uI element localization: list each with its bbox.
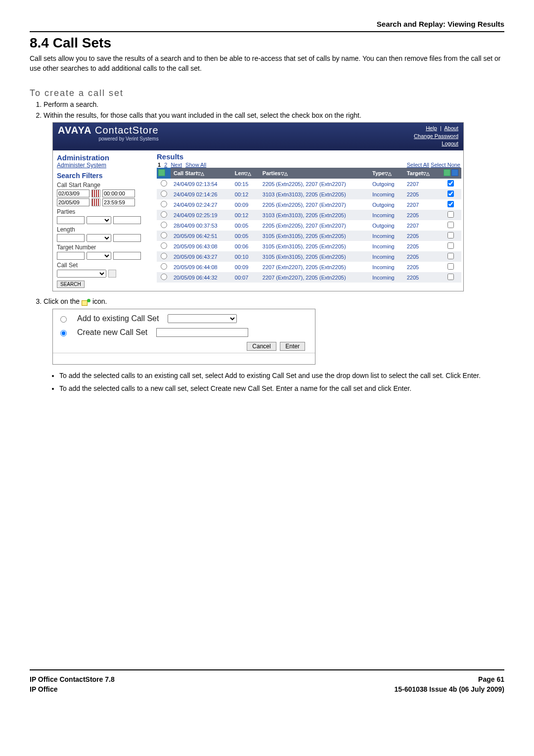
table-row[interactable]: 24/04/09 02:13:5400:152205 (Extn2205), 2… <box>157 179 461 189</box>
page-footer: IP Office ContactStore 7.8 Page 61 IP Of… <box>30 669 504 693</box>
length-select[interactable] <box>87 234 111 242</box>
step-1: Perform a search. <box>44 100 504 108</box>
select-all-link[interactable]: Select All <box>407 162 429 168</box>
admin-title: Administration <box>57 153 151 162</box>
table-row[interactable]: 24/04/09 02:25:1900:123103 (Extn3103), 2… <box>157 210 461 220</box>
page-2[interactable]: 2 <box>164 162 167 168</box>
row-radio[interactable] <box>161 190 167 197</box>
cell-start: 20/05/09 06:44:32 <box>171 272 232 283</box>
table-row[interactable]: 20/05/09 06:42:5100:053105 (Extn3105), 2… <box>157 231 461 241</box>
col-play-icon[interactable] <box>157 168 171 179</box>
brand: AVAYA ContactStore <box>58 125 159 136</box>
logout-link[interactable]: Logout <box>442 141 458 146</box>
parties-value-input[interactable] <box>113 216 141 224</box>
target-value-input[interactable] <box>113 252 141 260</box>
cell-len: 00:06 <box>232 241 260 251</box>
procedure-heading: To create a call set <box>30 88 504 98</box>
table-row[interactable]: 20/05/09 06:43:2700:103105 (Extn3105), 2… <box>157 251 461 262</box>
call-set-select[interactable] <box>57 270 106 278</box>
row-radio[interactable] <box>161 211 167 218</box>
row-radio[interactable] <box>161 232 167 238</box>
parties-input[interactable] <box>57 216 85 224</box>
row-radio[interactable] <box>161 274 167 280</box>
help-link[interactable]: Help <box>426 125 437 131</box>
col-target[interactable]: Target▽△ <box>404 168 440 179</box>
existing-callset-select[interactable] <box>168 314 237 323</box>
time-to-input[interactable] <box>102 198 135 206</box>
length-value-input[interactable] <box>113 234 141 242</box>
table-row[interactable]: 24/04/09 02:14:2600:123103 (Extn3103), 2… <box>157 189 461 199</box>
sidebar: Administration Administer System Search … <box>53 150 155 291</box>
cell-type: Outgoing <box>369 199 404 210</box>
trash-icon[interactable] <box>108 270 116 278</box>
calendar-icon[interactable] <box>91 198 100 206</box>
cell-start: 24/04/09 02:25:19 <box>171 210 232 220</box>
row-checkbox[interactable] <box>447 222 454 228</box>
calendar-icon[interactable] <box>91 189 100 197</box>
col-parties[interactable]: Parties▽△ <box>260 168 369 179</box>
table-row[interactable]: 20/05/09 06:44:0800:092207 (Extn2207), 2… <box>157 262 461 272</box>
create-new-radio[interactable] <box>60 330 67 336</box>
row-checkbox[interactable] <box>447 190 454 197</box>
about-link[interactable]: About <box>444 125 458 131</box>
row-checkbox[interactable] <box>447 274 454 280</box>
table-row[interactable]: 20/05/09 06:44:3200:072207 (Extn2207), 2… <box>157 272 461 283</box>
page-1[interactable]: 1 <box>158 162 161 168</box>
row-radio[interactable] <box>161 180 167 187</box>
cell-target: 2207 <box>404 179 440 189</box>
cell-start: 24/04/09 02:13:54 <box>171 179 232 189</box>
cell-target: 2205 <box>404 272 440 283</box>
cell-type: Incoming <box>369 251 404 262</box>
call-start-range-label: Call Start Range <box>57 182 151 189</box>
cell-target: 2207 <box>404 220 440 231</box>
select-none-link[interactable]: Select None <box>431 162 460 168</box>
parties-select[interactable] <box>87 216 111 224</box>
row-checkbox[interactable] <box>447 201 454 207</box>
administer-system-link[interactable]: Administer System <box>57 162 151 169</box>
col-len[interactable]: Len▽△ <box>232 168 260 179</box>
row-checkbox[interactable] <box>447 180 454 187</box>
search-button[interactable]: SEARCH <box>57 281 85 288</box>
callset-add-icon[interactable] <box>444 169 450 176</box>
cell-parties: 2205 (Extn2205), 2207 (Extn2207) <box>260 220 369 231</box>
col-type[interactable]: Type▽△ <box>369 168 404 179</box>
export-icon[interactable] <box>451 169 458 176</box>
row-radio[interactable] <box>161 242 167 249</box>
row-radio[interactable] <box>161 201 167 207</box>
new-callset-name-input[interactable] <box>156 328 248 337</box>
cell-parties: 2205 (Extn2205), 2207 (Extn2207) <box>260 179 369 189</box>
table-row[interactable]: 20/05/09 06:43:0800:063105 (Extn3105), 2… <box>157 241 461 251</box>
row-radio[interactable] <box>161 253 167 259</box>
row-checkbox[interactable] <box>447 211 454 218</box>
cell-target: 2205 <box>404 241 440 251</box>
footer-left-1: IP Office ContactStore 7.8 <box>30 675 115 683</box>
cell-start: 20/05/09 06:44:08 <box>171 262 232 272</box>
row-radio[interactable] <box>161 263 167 270</box>
footer-left-2: IP Office <box>30 685 58 693</box>
callset-dialog: Add to existing Call Set Create new Call… <box>52 309 315 365</box>
col-call-start[interactable]: Call Start▽△ <box>171 168 232 179</box>
row-checkbox[interactable] <box>447 242 454 249</box>
change-password-link[interactable]: Change Password <box>414 133 458 139</box>
row-checkbox[interactable] <box>447 232 454 238</box>
row-checkbox[interactable] <box>447 253 454 259</box>
table-row[interactable]: 24/04/09 02:24:2700:092205 (Extn2205), 2… <box>157 199 461 210</box>
target-input[interactable] <box>57 252 85 260</box>
cell-type: Incoming <box>369 189 404 199</box>
add-existing-radio[interactable] <box>60 316 67 323</box>
length-input[interactable] <box>57 234 85 242</box>
search-filters-title: Search Filters <box>57 172 151 180</box>
page-next[interactable]: Next <box>171 162 182 168</box>
time-from-input[interactable] <box>102 189 135 197</box>
date-to-input[interactable] <box>57 198 89 206</box>
callset-icon <box>82 299 90 306</box>
cell-len: 00:07 <box>232 272 260 283</box>
target-select[interactable] <box>87 252 111 260</box>
row-radio[interactable] <box>161 222 167 228</box>
page-showall[interactable]: Show All <box>185 162 206 168</box>
cancel-button[interactable]: Cancel <box>247 342 276 351</box>
enter-button[interactable]: Enter <box>280 342 305 351</box>
row-checkbox[interactable] <box>447 263 454 270</box>
table-row[interactable]: 28/04/09 00:37:5300:052205 (Extn2205), 2… <box>157 220 461 231</box>
date-from-input[interactable] <box>57 189 89 197</box>
